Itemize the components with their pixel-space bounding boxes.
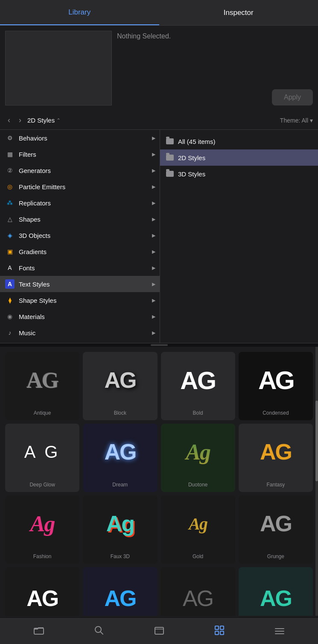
style-label-fashion: Fashion [33, 553, 52, 559]
sidebar-arrow-icon: ▶ [152, 152, 155, 157]
grid-item-condensed[interactable]: AGCondensed [239, 352, 313, 420]
grid-view-button[interactable] [210, 622, 229, 641]
sidebar-item-replicators[interactable]: ⁂Replicators▶ [0, 195, 160, 211]
sidebar-item-behaviors[interactable]: ⚙Behaviors▶ [0, 130, 160, 146]
right-item-label-3d-styles: 3D Styles [178, 170, 205, 178]
theme-selector[interactable]: Theme: All ▾ [280, 117, 313, 124]
3d-icon: ◈ [5, 231, 15, 240]
navigation-bar: ‹ › 2D Styles ⌃ Theme: All ▾ [0, 111, 318, 130]
grid-icon [215, 626, 224, 638]
nav-forward-button[interactable]: › [16, 114, 24, 126]
grid-item-bottom4[interactable]: AG [239, 567, 313, 616]
style-label-dream: Dream [112, 482, 128, 488]
style-preview-fashion: Ag [5, 495, 79, 552]
style-preview-bottom4: AG [239, 567, 313, 616]
sidebar-arrow-icon: ▶ [152, 265, 155, 271]
folder-button[interactable] [29, 622, 48, 641]
grid-item-block[interactable]: AGBlock [83, 352, 157, 420]
tab-library[interactable]: Library [0, 0, 159, 25]
apply-button[interactable]: Apply [272, 89, 313, 105]
svg-rect-5 [215, 626, 219, 629]
sidebar-arrow-icon: ▶ [152, 135, 155, 141]
grid-item-bottom2[interactable]: AG [83, 567, 157, 616]
sidebar-item-generators[interactable]: ②Generators▶ [0, 162, 160, 179]
nav-back-button[interactable]: ‹ [5, 114, 13, 126]
music-icon: ♪ [5, 328, 15, 337]
grid-item-bottom1[interactable]: AG [5, 567, 79, 616]
grid-item-grunge[interactable]: AGGrunge [239, 495, 313, 564]
sidebar-item-text-styles[interactable]: AText Styles▶ [0, 276, 160, 292]
sidebar-arrow-icon: ▶ [152, 281, 155, 287]
folder-icon [34, 626, 44, 637]
sidebar-arrow-icon: ▶ [152, 233, 155, 238]
style-label-antique: Antique [34, 410, 51, 416]
pane-divider [0, 343, 318, 347]
grid-item-dream[interactable]: AGDream [83, 424, 157, 492]
preview-box [5, 31, 112, 105]
sidebar-item-3d-objects[interactable]: ◈3D Objects▶ [0, 227, 160, 243]
style-label-fantasy: Fantasy [267, 482, 285, 488]
preview-info: Nothing Selected. Apply [117, 31, 313, 105]
style-label-deep-glow: Deep Glow [29, 482, 55, 488]
sidebar-arrow-icon: ▶ [152, 217, 155, 222]
sidebar-arrow-icon: ▶ [152, 330, 155, 336]
tab-inspector[interactable]: Inspector [159, 0, 318, 25]
style-label-faux-3d: Faux 3D [111, 553, 130, 559]
right-item-all[interactable]: All (45 items) [160, 133, 318, 149]
style-preview-dream: AG [83, 424, 157, 480]
style-preview-bold: AG [161, 352, 235, 408]
sidebar-item-shapes[interactable]: △Shapes▶ [0, 211, 160, 227]
sidebar-item-music[interactable]: ♪Music▶ [0, 325, 160, 341]
menu-button[interactable] [270, 622, 289, 641]
style-preview-gold: Ag [161, 495, 235, 552]
search-icon [94, 626, 104, 638]
grid-item-faux-3d[interactable]: AgFaux 3D [83, 495, 157, 564]
style-preview-faux-3d: Ag [83, 495, 157, 552]
gradient-icon: ▣ [5, 247, 15, 256]
sidebar-arrow-icon: ▶ [152, 200, 155, 206]
font-icon: A [5, 263, 15, 272]
sidebar-item-photos[interactable]: ⊡Photos▶ [0, 341, 160, 343]
styles-grid-area: AGAntiqueAGBlockAGBoldAGCondensedA GDeep… [0, 347, 318, 616]
particle-icon: ◎ [5, 182, 15, 191]
right-item-2d-styles[interactable]: 2D Styles [160, 149, 318, 166]
sidebar-item-label-gradients: Gradients [19, 248, 47, 255]
grid-item-gold[interactable]: AgGold [161, 495, 235, 564]
scrollbar-thumb[interactable] [315, 401, 318, 481]
grid-item-duotone[interactable]: AgDuotone [161, 424, 235, 492]
grid-item-bottom3[interactable]: AG [161, 567, 235, 616]
style-label-gold: Gold [193, 553, 203, 559]
sidebar-item-shape-styles[interactable]: ⧫Shape Styles▶ [0, 292, 160, 308]
scrollbar-track[interactable] [315, 347, 318, 616]
grid-item-bold[interactable]: AGBold [161, 352, 235, 420]
grid-item-fantasy[interactable]: AGFantasy [239, 424, 313, 492]
sidebar-item-label-particle-emitters: Particle Emitters [19, 183, 65, 190]
grid-item-deep-glow[interactable]: A GDeep Glow [5, 424, 79, 492]
style-preview-bottom1: AG [5, 567, 79, 616]
sidebar-item-fonts[interactable]: AFonts▶ [0, 260, 160, 276]
left-sidebar: ⚙Behaviors▶▦Filters▶②Generators▶◎Particl… [0, 130, 160, 343]
sidebar-item-label-materials: Materials [19, 313, 45, 320]
sidebar-arrow-icon: ▶ [152, 168, 155, 173]
sidebar-item-particle-emitters[interactable]: ◎Particle Emitters▶ [0, 179, 160, 195]
sidebar-item-label-3d-objects: 3D Objects [19, 232, 50, 239]
grid-item-antique[interactable]: AGAntique [5, 352, 79, 420]
sidebar-item-label-behaviors: Behaviors [19, 135, 47, 142]
sidebar-item-label-text-styles: Text Styles [19, 281, 50, 288]
nav-title-selector[interactable]: 2D Styles ⌃ [27, 117, 61, 124]
filter-icon: ▦ [5, 149, 15, 159]
window-button[interactable] [150, 622, 169, 641]
sidebar-item-materials[interactable]: ◉Materials▶ [0, 308, 160, 325]
sidebar-item-filters[interactable]: ▦Filters▶ [0, 146, 160, 162]
split-pane: ⚙Behaviors▶▦Filters▶②Generators▶◎Particl… [0, 130, 318, 343]
grid-item-fashion[interactable]: AgFashion [5, 495, 79, 564]
right-item-3d-styles[interactable]: 3D Styles [160, 166, 318, 182]
svg-rect-3 [155, 627, 163, 634]
style-preview-block: AG [83, 352, 157, 408]
sidebar-item-gradients[interactable]: ▣Gradients▶ [0, 243, 160, 260]
style-label-block: Block [114, 410, 126, 416]
nav-chevron-icon: ⌃ [56, 117, 61, 123]
search-button[interactable] [90, 622, 108, 641]
style-label-condensed: Condensed [263, 410, 289, 416]
sidebar-arrow-icon: ▶ [152, 184, 155, 190]
